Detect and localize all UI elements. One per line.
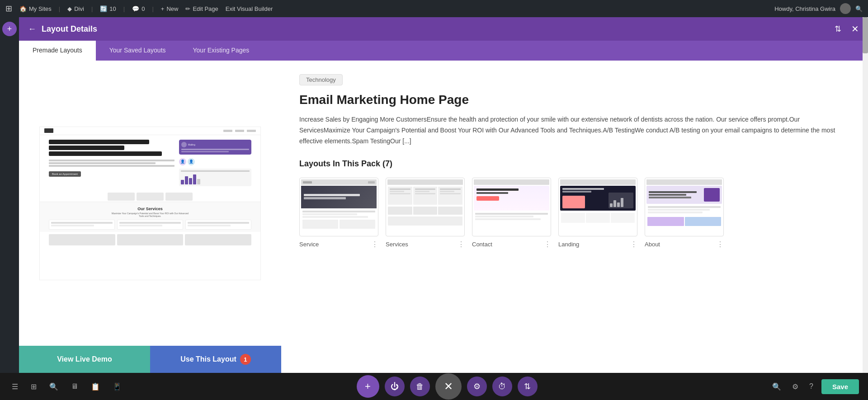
preview-panel: Book an Appointment Mailing xyxy=(19,61,281,373)
updates-link[interactable]: 🔄 10 xyxy=(100,5,116,12)
settings-button[interactable]: ⚙ xyxy=(467,376,487,396)
thumbnail-about-menu-icon[interactable]: ⋮ xyxy=(717,240,724,249)
comments-link[interactable]: 💬 0 xyxy=(132,5,145,12)
user-avatar xyxy=(840,3,851,14)
thumbnail-service-label-row: Service ⋮ xyxy=(299,240,378,249)
thumbnail-service-label: Service xyxy=(299,241,319,248)
thumbnail-about-label-row: About ⋮ xyxy=(645,240,724,249)
preview-buttons: View Live Demo Use This Layout 1 xyxy=(19,346,281,373)
divi-link[interactable]: ◆ Divi xyxy=(67,5,84,12)
thumbnail-services-preview xyxy=(386,178,465,236)
thumbnail-landing-label-row: Landing ⋮ xyxy=(558,240,637,249)
layout-preview-image: Book an Appointment Mailing xyxy=(19,61,281,346)
mockup-services-title: Our Services xyxy=(49,207,251,211)
monitor-view-button[interactable]: 🖥 xyxy=(68,380,81,393)
bottom-toolbar: ☰ ⊞ 🔍 🖥 📋 📱 + ⏻ 🗑 ✕ ⚙ ⏱ ⇅ 🔍 ⚙ ? Save xyxy=(0,373,868,400)
tab-saved-layouts[interactable]: Your Saved Layouts xyxy=(96,41,179,61)
toolbar-right: 🔍 ⚙ ? Save xyxy=(769,379,859,394)
mockup-footer-blocks xyxy=(40,232,260,248)
tab-existing-pages[interactable]: Your Existing Pages xyxy=(179,41,263,61)
view-live-demo-button[interactable]: View Live Demo xyxy=(19,346,150,373)
thumbnail-contact-preview xyxy=(472,178,551,236)
mockup-body xyxy=(49,160,175,167)
mockup-title-2 xyxy=(49,146,124,150)
search-icon[interactable]: 🔍 xyxy=(855,5,863,12)
history-button[interactable]: ⏱ xyxy=(492,376,512,396)
thumbnails-grid: Service ⋮ xyxy=(299,178,850,249)
detail-panel: Technology Email Marketing Home Page Inc… xyxy=(281,61,868,373)
tablet-view-button[interactable]: 📋 xyxy=(88,380,103,394)
trash-button[interactable]: 🗑 xyxy=(410,376,430,396)
main-layout: + ← Layout Details ⇅ ✕ Premade Layouts Y… xyxy=(0,17,868,400)
user-greeting: Howdy, Christina Gwira xyxy=(774,5,835,12)
wp-logo-icon[interactable]: ⊞ xyxy=(5,4,12,14)
sites-icon: 🏠 xyxy=(19,5,27,12)
tab-premade-layouts[interactable]: Premade Layouts xyxy=(19,41,96,61)
layout-mockup: Book an Appointment Mailing xyxy=(39,127,261,280)
modal-overlay: ← Layout Details ⇅ ✕ Premade Layouts You… xyxy=(19,17,868,400)
mockup-logo xyxy=(44,128,53,133)
search-right-button[interactable]: 🔍 xyxy=(769,380,784,394)
exit-builder-link[interactable]: Exit Visual Builder xyxy=(226,5,273,12)
thumbnail-contact-menu-icon[interactable]: ⋮ xyxy=(544,240,551,249)
use-layout-badge: 1 xyxy=(240,354,251,365)
mockup-nav-links xyxy=(223,130,256,132)
mobile-view-button[interactable]: 📱 xyxy=(110,380,124,394)
edit-page-link[interactable]: ✏ Edit Page xyxy=(185,5,218,12)
modal-sort-button[interactable]: ⇅ xyxy=(835,24,841,34)
mockup-nav-link xyxy=(235,130,244,132)
mockup-nav xyxy=(40,127,260,135)
grid-view-button[interactable]: ⊞ xyxy=(28,380,39,394)
new-link[interactable]: + New xyxy=(161,5,179,12)
modal-back-button[interactable]: ← xyxy=(28,24,36,34)
mockup-services-row xyxy=(49,220,251,230)
modal-title: Layout Details xyxy=(42,24,829,34)
thumbnail-contact-label: Contact xyxy=(472,241,492,248)
thumbnail-about[interactable]: About ⋮ xyxy=(645,178,724,249)
toolbar-left: ☰ ⊞ 🔍 🖥 📋 📱 xyxy=(9,380,124,394)
topbar: ⊞ 🏠 My Sites | ◆ Divi | 🔄 10 | 💬 0 | + N… xyxy=(0,0,868,17)
new-icon: + xyxy=(161,5,165,12)
add-module-button[interactable]: + xyxy=(2,22,17,36)
left-sidebar: + xyxy=(0,17,19,400)
settings-right-button[interactable]: ⚙ xyxy=(789,380,801,394)
thumbnail-service-menu-icon[interactable]: ⋮ xyxy=(371,240,378,249)
pencil-icon: ✏ xyxy=(185,5,190,12)
mockup-title-3 xyxy=(49,151,162,156)
thumbnail-about-label: About xyxy=(645,241,660,248)
mockup-hero-text: Book an Appointment xyxy=(49,140,175,186)
add-section-button[interactable]: + xyxy=(357,375,379,398)
thumbnail-contact[interactable]: Contact ⋮ xyxy=(472,178,551,249)
topbar-right: Howdy, Christina Gwira 🔍 xyxy=(774,3,863,14)
mockup-title-1 xyxy=(49,140,149,144)
layout-description: Increase Sales by Engaging More Customer… xyxy=(299,114,850,146)
mockup-cta-button: Book an Appointment xyxy=(49,171,81,177)
layouts-pack-title: Layouts In This Pack (7) xyxy=(299,159,850,169)
toolbar-center: + ⏻ 🗑 ✕ ⚙ ⏱ ⇅ xyxy=(124,373,769,400)
divi-icon: ◆ xyxy=(67,5,72,12)
help-button[interactable]: ? xyxy=(807,380,816,393)
thumbnail-services-menu-icon[interactable]: ⋮ xyxy=(458,240,465,249)
modal-close-button[interactable]: ✕ xyxy=(851,24,859,34)
mockup-nav-link xyxy=(223,130,232,132)
save-button[interactable]: Save xyxy=(821,379,859,394)
search-button[interactable]: 🔍 xyxy=(47,380,61,394)
mockup-services-section: Our Services Maximize Your Campaign's Po… xyxy=(40,202,260,232)
layout-tabs: Premade Layouts Your Saved Layouts Your … xyxy=(19,41,868,61)
thumbnail-services[interactable]: Services ⋮ xyxy=(386,178,465,249)
thumbnail-service[interactable]: Service ⋮ xyxy=(299,178,378,249)
close-button[interactable]: ✕ xyxy=(435,373,462,400)
thumbnail-about-preview xyxy=(645,178,724,236)
use-this-layout-button[interactable]: Use This Layout 1 xyxy=(150,346,281,373)
modal-header: ← Layout Details ⇅ ✕ xyxy=(19,17,868,41)
hamburger-menu-button[interactable]: ☰ xyxy=(9,380,21,394)
layout-title: Email Marketing Home Page xyxy=(299,93,850,107)
my-sites-link[interactable]: 🏠 My Sites xyxy=(19,5,52,12)
power-button[interactable]: ⏻ xyxy=(385,376,405,396)
thumbnail-landing-menu-icon[interactable]: ⋮ xyxy=(630,240,637,249)
layout-modal: ← Layout Details ⇅ ✕ Premade Layouts You… xyxy=(19,17,868,373)
thumbnail-landing-preview xyxy=(558,178,637,236)
thumbnail-landing-label: Landing xyxy=(558,241,579,248)
thumbnail-landing[interactable]: Landing ⋮ xyxy=(558,178,637,249)
deploy-button[interactable]: ⇅ xyxy=(518,376,538,396)
